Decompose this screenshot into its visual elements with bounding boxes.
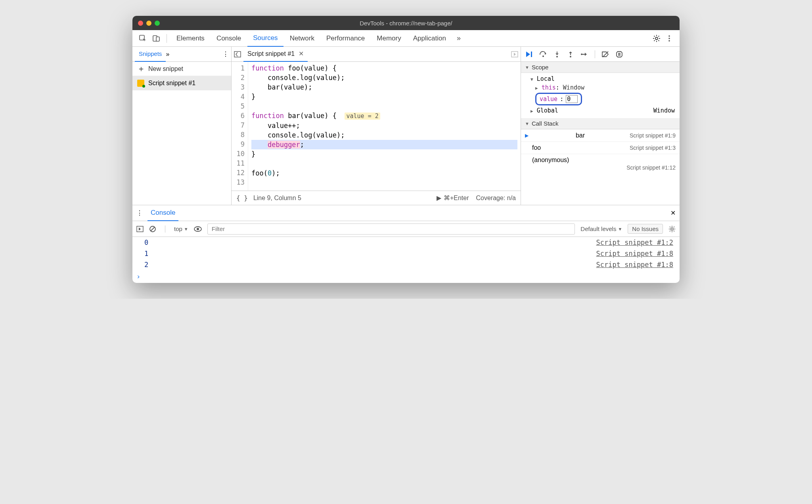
tab-memory[interactable]: Memory (371, 30, 406, 47)
console-sidebar-toggle-icon[interactable] (136, 225, 144, 233)
console-prompt[interactable]: › (132, 270, 680, 283)
svg-line-19 (151, 227, 155, 231)
tab-network[interactable]: Network (284, 30, 320, 47)
snippet-item[interactable]: Script snippet #1 (132, 76, 231, 90)
scope-this-row[interactable]: ▶ this: Window (523, 83, 677, 92)
tab-application[interactable]: Application (408, 30, 452, 47)
scope-value-label: value (540, 95, 557, 103)
titlebar: DevTools - chrome://new-tab-page/ (132, 16, 680, 30)
no-issues-button[interactable]: No Issues (628, 224, 663, 234)
svg-rect-16 (620, 53, 620, 56)
callstack-fn: bar (576, 132, 585, 139)
snippet-item-label: Script snippet #1 (148, 80, 195, 87)
tab-sources[interactable]: Sources (247, 30, 283, 47)
log-value: 0 (144, 239, 148, 246)
svg-point-11 (556, 56, 558, 57)
log-row: 1 Script snippet #1:8 (132, 248, 680, 259)
clear-console-icon[interactable] (149, 225, 156, 233)
sources-panel: Snippets » ⋮ ＋ New snippet Script snippe… (132, 47, 680, 205)
tab-console[interactable]: Console (211, 30, 247, 47)
chevron-right-icon: ▶ (535, 86, 538, 91)
inspect-element-icon[interactable] (136, 32, 149, 45)
tab-performance[interactable]: Performance (321, 30, 370, 47)
callstack-src: Script snippet #1:9 (630, 132, 676, 139)
plus-icon: ＋ (137, 63, 145, 74)
chevron-down-icon: ▼ (525, 121, 529, 126)
step-out-icon[interactable] (567, 51, 574, 58)
navigator-sidebar: Snippets » ⋮ ＋ New snippet Script snippe… (132, 47, 232, 205)
drawer-kebab-icon[interactable]: ⋮ (136, 209, 143, 217)
console-settings-icon[interactable] (668, 225, 676, 233)
toggle-debugger-icon[interactable] (511, 51, 518, 58)
levels-label: Default levels (580, 225, 616, 232)
step-icon[interactable] (580, 51, 588, 58)
tab-elements[interactable]: Elements (171, 30, 210, 47)
scope-global-label: Global (537, 107, 558, 114)
callstack-frame[interactable]: foo Script snippet #1:3 (521, 141, 680, 154)
run-snippet-button[interactable]: ▶ ⌘+Enter (437, 194, 469, 202)
svg-line-14 (603, 52, 608, 57)
callstack-src: Script snippet #1:3 (630, 145, 676, 151)
chevron-down-icon: ▼ (530, 77, 533, 82)
live-expression-icon[interactable] (194, 226, 202, 232)
step-over-icon[interactable] (539, 51, 547, 58)
callstack-anon-src: Script snippet #1:12 (521, 164, 680, 173)
context-selector[interactable]: top ▼ (174, 225, 188, 232)
coverage-status: Coverage: n/a (476, 195, 516, 202)
scope-local[interactable]: ▼ Local (523, 74, 677, 83)
scope-title: Scope (532, 64, 549, 71)
more-tabs-icon[interactable]: » (452, 32, 465, 45)
step-into-icon[interactable] (553, 51, 561, 58)
settings-icon[interactable] (650, 32, 663, 45)
deactivate-breakpoints-icon[interactable] (601, 51, 609, 58)
resume-icon[interactable] (525, 51, 533, 58)
console-filter-input[interactable] (207, 223, 575, 235)
inline-value-hint: value = 2 (345, 113, 380, 120)
editor-file-tab[interactable]: Script snippet #1 ✕ (243, 47, 308, 62)
callstack-anon-label: (anonymous) (532, 157, 569, 163)
callstack-pane-header[interactable]: ▼ Call Stack (521, 118, 680, 129)
sidebar-tab-snippets[interactable]: Snippets (135, 47, 166, 62)
callstack-fn: foo (525, 144, 541, 151)
scope-value-row[interactable]: value: (523, 92, 677, 106)
chevron-down-icon: ▼ (184, 227, 188, 231)
scope-value-input[interactable] (566, 95, 578, 103)
sidebar-kebab-icon[interactable]: ⋮ (222, 50, 229, 58)
scope-global-value: Window (653, 107, 675, 114)
editor-tab-label: Script snippet #1 (247, 50, 295, 57)
svg-point-21 (197, 228, 199, 230)
svg-point-10 (542, 55, 544, 57)
chevron-down-icon: ▼ (618, 227, 622, 231)
callstack-title: Call Stack (532, 120, 559, 127)
log-source-link[interactable]: Script snippet #1:8 (596, 261, 673, 269)
format-icon[interactable]: { } (236, 194, 248, 202)
close-tab-icon[interactable]: ✕ (299, 50, 304, 57)
close-window-button[interactable] (138, 21, 143, 26)
scope-pane-header[interactable]: ▼ Scope (521, 62, 680, 73)
console-drawer: ⋮ Console ✕ top ▼ Default levels ▼ (132, 205, 680, 283)
close-drawer-icon[interactable]: ✕ (670, 209, 676, 217)
log-levels-selector[interactable]: Default levels ▼ (580, 225, 622, 232)
callstack-frame[interactable]: bar Script snippet #1:9 (521, 129, 680, 141)
pause-on-exceptions-icon[interactable] (616, 51, 623, 58)
snippet-file-icon (137, 80, 144, 87)
toggle-navigator-icon[interactable] (234, 51, 241, 58)
line-gutter: 12345678910111213 (232, 62, 248, 191)
svg-point-5 (668, 38, 670, 39)
context-label: top (174, 225, 182, 232)
log-source-link[interactable]: Script snippet #1:2 (596, 239, 673, 246)
kebab-menu-icon[interactable] (663, 32, 676, 45)
new-snippet-button[interactable]: ＋ New snippet (132, 62, 231, 76)
code-area[interactable]: function foo(value) { console.log(value)… (248, 62, 521, 191)
scope-global-row[interactable]: ▶ Global Window (523, 106, 677, 115)
device-toolbar-icon[interactable] (150, 32, 163, 45)
log-source-link[interactable]: Script snippet #1:8 (596, 250, 673, 258)
value-edit-highlight: value: (535, 93, 582, 105)
callstack-frame-anonymous[interactable]: (anonymous) (521, 154, 680, 164)
more-sidebar-tabs-icon[interactable]: » (166, 51, 169, 58)
maximize-window-button[interactable] (155, 21, 160, 26)
drawer-tab-console[interactable]: Console (147, 205, 178, 221)
console-output: 0 Script snippet #1:2 1 Script snippet #… (132, 237, 680, 283)
minimize-window-button[interactable] (146, 21, 151, 26)
chevron-down-icon: ▼ (525, 65, 529, 70)
